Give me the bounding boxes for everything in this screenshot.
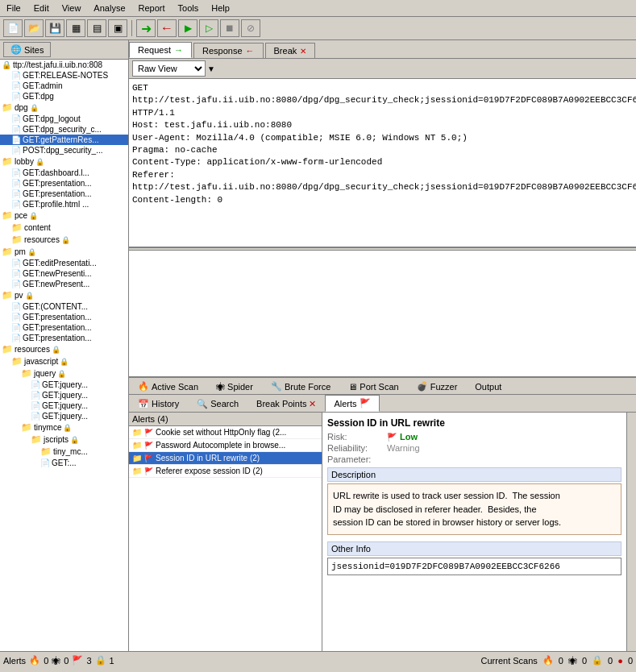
- tab-spider[interactable]: 🕷 Spider: [207, 378, 262, 394]
- list-item[interactable]: 📄 GET:presentation...: [0, 322, 128, 333]
- open-button[interactable]: 📂: [24, 19, 44, 37]
- tree-area[interactable]: 🔒 ttp://test.jafu.ii.uib.no:808 📄 GET:RE…: [0, 60, 128, 651]
- status-bar: Alerts 🔥 0 🕷 0 🚩 3 🔒 1 Current Scans 🔥 0…: [0, 651, 636, 669]
- list-item[interactable]: 📄 GET:admin: [0, 81, 128, 91]
- list-item[interactable]: 📄 GET:dashboard.l...: [0, 168, 128, 178]
- file-icon: 📄: [11, 71, 21, 80]
- list-item[interactable]: 📄 GET:RELEASE-NOTES: [0, 70, 128, 81]
- play-button[interactable]: ▶: [178, 19, 197, 37]
- alert-item-password[interactable]: 📁 🚩 Password Autocomplete in browse...: [129, 439, 322, 452]
- list-item[interactable]: 📄 GET:newPresent...: [0, 279, 128, 289]
- list-item[interactable]: 📁 content: [0, 222, 128, 234]
- tab-active-scan[interactable]: 🔥 Active Scan: [129, 378, 207, 394]
- alert-item-referer[interactable]: 📁 🚩 Referer expose session ID (2): [129, 465, 322, 478]
- list-item[interactable]: 📄 GET:jquery...: [0, 380, 128, 390]
- description-text: URL rewrite is used to track user sessio…: [327, 483, 621, 535]
- file-icon: 📄: [11, 168, 21, 177]
- list-item[interactable]: 📁 tiny_mc...: [0, 446, 128, 458]
- alert-scrollbar[interactable]: [626, 413, 636, 651]
- file-icon: 📄: [11, 135, 21, 144]
- sites-tab[interactable]: 🌐 Sites: [3, 42, 51, 57]
- tab-history[interactable]: 📅 History: [129, 395, 188, 412]
- menu-file[interactable]: File: [0, 2, 27, 15]
- menu-edit[interactable]: Edit: [27, 2, 56, 15]
- list-item[interactable]: 📄 GET:(CONTENT...: [0, 301, 128, 312]
- file-icon: 📄: [11, 323, 21, 332]
- list-item[interactable]: 📄 GET:dpg_security_c...: [0, 124, 128, 135]
- list-item[interactable]: 📁 tinymce 🔒: [0, 421, 128, 433]
- list-item[interactable]: 📄 GET:presentation...: [0, 178, 128, 189]
- tab-search[interactable]: 🔍 Search: [188, 395, 247, 412]
- arrow-right-button[interactable]: ➜: [136, 19, 156, 37]
- tree-item-pv[interactable]: 📁 pv 🔒: [0, 289, 128, 301]
- list-item[interactable]: 📄 GET:presentation...: [0, 333, 128, 343]
- tab-port-scan[interactable]: 🖥 Port Scan: [339, 378, 407, 394]
- pause-button[interactable]: ⊘: [241, 19, 260, 37]
- arrow-left-button[interactable]: ←: [157, 19, 177, 37]
- list-item[interactable]: 📁 jscripts 🔒: [0, 433, 128, 446]
- alert-item-label: Cookie set without HttpOnly flag (2...: [156, 428, 286, 437]
- save-button[interactable]: 💾: [45, 19, 64, 37]
- layout3-button[interactable]: ▣: [108, 19, 127, 37]
- tree-item-dpg[interactable]: 📁 dpg 🔒: [0, 102, 128, 114]
- list-item[interactable]: 📄 GET:newPresenti...: [0, 268, 128, 279]
- menu-report[interactable]: Report: [132, 2, 172, 15]
- tab-output[interactable]: Output: [466, 378, 510, 394]
- list-item[interactable]: 📄 GET:dpg: [0, 91, 128, 102]
- folder-icon: 📁: [2, 290, 13, 301]
- list-item[interactable]: 📄 GET:profile.html ...: [0, 199, 128, 209]
- tab-alerts[interactable]: Alerts 🚩: [325, 395, 379, 412]
- tab-request[interactable]: Request →: [129, 42, 192, 58]
- alert-parameter-row: Parameter:: [327, 454, 621, 464]
- menu-tools[interactable]: Tools: [172, 2, 206, 15]
- tab-break[interactable]: Break ✕: [265, 43, 316, 58]
- tree-item-label: ttp://test.jafu.ii.uib.no:808: [13, 60, 102, 69]
- layout1-button[interactable]: ▦: [66, 19, 85, 37]
- folder-icon: 📁: [2, 210, 13, 221]
- list-item[interactable]: 📄 GET:presentation...: [0, 312, 128, 322]
- list-item[interactable]: 📄 GET:presentation...: [0, 189, 128, 199]
- tree-item-root[interactable]: 🔒 ttp://test.jafu.ii.uib.no:808: [0, 60, 128, 70]
- tab-response[interactable]: Response ←: [193, 43, 264, 58]
- new-button[interactable]: 📄: [3, 19, 23, 37]
- step-button[interactable]: ▷: [199, 19, 218, 37]
- toolbar: 📄 📂 💾 ▦ ▤ ▣ ➜ ← ▶ ▷ ⏹ ⊘: [0, 17, 636, 40]
- list-item[interactable]: 📄 GET:...: [0, 458, 128, 468]
- layout2-button[interactable]: ▤: [87, 19, 106, 37]
- list-item[interactable]: 📁 jquery 🔒: [0, 367, 128, 380]
- alert-risk-row: Risk: 🚩 Low: [327, 432, 621, 442]
- tree-item-lobby[interactable]: 📁 lobby 🔒: [0, 156, 128, 168]
- menu-help[interactable]: Help: [205, 2, 236, 15]
- folder-icon: 📁: [2, 344, 13, 355]
- list-item[interactable]: 📄 GET:jquery...: [0, 390, 128, 400]
- list-item[interactable]: 📄 GET:jquery...: [0, 400, 128, 411]
- tree-item-resources[interactable]: 📁 resources 🔒: [0, 343, 128, 355]
- folder-icon: 📁: [2, 247, 13, 257]
- list-item[interactable]: 📁 javascript 🔒: [0, 355, 128, 367]
- list-item[interactable]: 📄 GET:jquery...: [0, 411, 128, 421]
- tree-item-pce[interactable]: 📁 pce 🔒: [0, 209, 128, 222]
- panel-toolbar: Raw View Params View Header View Hex Vie…: [129, 59, 636, 79]
- tree-item-pm[interactable]: 📁 pm 🔒: [0, 246, 128, 258]
- menu-analyse[interactable]: Analyse: [87, 2, 131, 15]
- main-area: 🌐 Sites 🔒 ttp://test.jafu.ii.uib.no:808 …: [0, 40, 636, 651]
- reliability-label: Reliability:: [327, 443, 384, 453]
- list-item[interactable]: 📄 POST:dpg_security_...: [0, 145, 128, 156]
- alert-item-session[interactable]: 📁 🚩 Session ID in URL rewrite (2): [129, 452, 322, 465]
- view-select[interactable]: Raw View Params View Header View Hex Vie…: [132, 60, 206, 77]
- flame-scan-icon: 🔥: [542, 655, 554, 666]
- tree-item-label: GET:presentation...: [23, 323, 92, 332]
- stop-button[interactable]: ⏹: [220, 19, 239, 37]
- list-item[interactable]: 📄 GET:editPresentati...: [0, 258, 128, 268]
- tab-break-points[interactable]: Break Points ✕: [247, 395, 325, 412]
- tree-item-label: pce: [15, 211, 27, 220]
- alert-item-cookie[interactable]: 📁 🚩 Cookie set without HttpOnly flag (2.…: [129, 426, 322, 439]
- tree-item-label: jquery: [34, 369, 56, 378]
- menu-view[interactable]: View: [56, 2, 88, 15]
- list-item[interactable]: 📄 GET:getPatternRes...: [0, 135, 128, 145]
- list-item[interactable]: 📄 GET:dpg_logout: [0, 114, 128, 124]
- tab-brute-force[interactable]: 🔧 Brute Force: [262, 378, 339, 394]
- alerts-label: Alerts: [334, 399, 356, 409]
- list-item[interactable]: 📁 resources 🔒: [0, 234, 128, 246]
- tab-fuzzer[interactable]: 💣 Fuzzer: [408, 378, 467, 394]
